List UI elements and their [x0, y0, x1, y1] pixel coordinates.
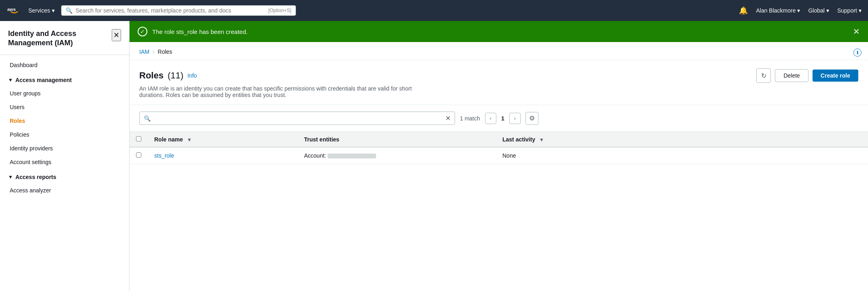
action-buttons: ↻ Delete Create role	[756, 68, 858, 83]
last-activity-value: None	[502, 152, 516, 159]
info-button[interactable]: ℹ	[853, 48, 862, 57]
services-chevron-icon: ▾	[52, 7, 55, 14]
support-label: Support	[837, 7, 857, 14]
roles-heading: Roles	[139, 70, 164, 81]
sidebar-item-account-settings[interactable]: Account settings	[0, 155, 129, 169]
sidebar-dashboard-label: Dashboard	[10, 62, 38, 68]
sidebar-header: Identity and Access Management (IAM) ✕	[0, 21, 129, 55]
role-name-sort-icon: ▼	[187, 137, 192, 143]
sidebar-item-user-groups[interactable]: User groups	[0, 86, 129, 100]
table-header-role-name[interactable]: Role name ▼	[148, 132, 298, 148]
search-input[interactable]	[76, 7, 265, 14]
trust-prefix: Account:	[304, 152, 326, 159]
roles-label: Roles	[10, 118, 25, 124]
trust-account-redacted	[328, 154, 376, 158]
access-management-label: Access management	[15, 77, 72, 83]
delete-button[interactable]: Delete	[775, 69, 808, 82]
role-name-column-label: Role name	[154, 136, 183, 143]
table-search-icon: 🔍	[144, 115, 151, 122]
roles-info-link[interactable]: Info	[187, 72, 197, 79]
region-chevron-icon: ▾	[826, 7, 829, 14]
support-menu[interactable]: Support ▾	[837, 7, 862, 14]
nav-right-section: 🔔 Alan Blackmore ▾ Global ▾ Support ▾	[739, 6, 862, 15]
table-header-last-activity[interactable]: Last activity ▼	[496, 132, 868, 148]
user-menu[interactable]: Alan Blackmore ▾	[756, 7, 800, 14]
role-name-link[interactable]: sts_role	[154, 152, 174, 159]
content-area: ✓ The role sts_role has been created. ✕ …	[130, 21, 868, 291]
account-settings-label: Account settings	[10, 159, 51, 165]
success-banner: ✓ The role sts_role has been created. ✕	[130, 21, 868, 42]
roles-table: Role name ▼ Trust entities Last activity…	[130, 132, 868, 164]
sidebar-nav: Dashboard ▼ Access management User group…	[0, 55, 129, 200]
chevron-down-icon: ▼	[8, 77, 13, 83]
sidebar-section-access-reports[interactable]: ▼ Access reports	[0, 169, 129, 183]
table-search-bar[interactable]: 🔍 sts ✕	[139, 112, 455, 125]
search-shortcut: [Option+S]	[268, 8, 291, 13]
roles-count: (11)	[168, 70, 183, 81]
trust-entities-column-label: Trust entities	[304, 136, 339, 143]
main-layout: Identity and Access Management (IAM) ✕ D…	[0, 21, 868, 291]
top-navigation: aws Services ▾ 🔍 [Option+S] 🔔 Alan Black…	[0, 0, 868, 21]
sidebar-item-users[interactable]: Users	[0, 100, 129, 114]
next-page-button[interactable]: ›	[509, 113, 521, 124]
select-all-checkbox[interactable]	[136, 136, 141, 141]
roles-title-row: Roles (11) Info ↻ Delete Create role	[139, 68, 858, 83]
table-search-input[interactable]: sts	[154, 115, 442, 122]
refresh-button[interactable]: ↻	[756, 68, 771, 83]
table-settings-button[interactable]: ⚙	[525, 112, 538, 125]
row-checkbox[interactable]	[136, 152, 141, 158]
table-header-row: Role name ▼ Trust entities Last activity…	[130, 132, 868, 148]
prev-page-button[interactable]: ‹	[485, 113, 496, 124]
identity-providers-label: Identity providers	[10, 145, 53, 152]
users-label: Users	[10, 104, 25, 110]
region-label: Global	[808, 7, 824, 14]
row-checkbox-cell	[130, 147, 148, 164]
breadcrumb-separator: ›	[153, 48, 155, 55]
sidebar-item-dashboard[interactable]: Dashboard	[0, 58, 129, 72]
services-label: Services	[28, 7, 50, 14]
last-activity-column-label: Last activity	[502, 136, 535, 143]
sidebar-close-button[interactable]: ✕	[112, 29, 121, 41]
breadcrumb-iam-link[interactable]: IAM	[139, 48, 149, 55]
access-reports-label: Access reports	[15, 174, 56, 180]
sidebar-item-roles[interactable]: Roles	[0, 114, 129, 128]
user-groups-label: User groups	[10, 90, 40, 97]
table-header-checkbox	[130, 132, 148, 148]
services-button[interactable]: Services ▾	[28, 7, 55, 14]
search-icon: 🔍	[66, 7, 72, 14]
sidebar: Identity and Access Management (IAM) ✕ D…	[0, 21, 130, 291]
sidebar-item-identity-providers[interactable]: Identity providers	[0, 141, 129, 155]
clear-search-icon[interactable]: ✕	[445, 114, 451, 122]
create-role-button[interactable]: Create role	[813, 70, 858, 82]
access-analyzer-label: Access analyzer	[10, 187, 51, 194]
match-count: 1 match	[460, 115, 480, 122]
last-activity-cell: None	[496, 147, 868, 164]
breadcrumb: IAM › Roles	[130, 42, 868, 60]
policies-label: Policies	[10, 131, 29, 138]
sidebar-section-access-management[interactable]: ▼ Access management	[0, 72, 129, 86]
table-row: sts_role Account: None	[130, 147, 868, 164]
roles-header: Roles (11) Info ↻ Delete Create role An …	[130, 60, 868, 105]
current-page: 1	[499, 115, 507, 122]
success-check-icon: ✓	[138, 27, 147, 36]
page-content: ℹ IAM › Roles Roles (11) Info	[130, 42, 868, 291]
notifications-bell-icon[interactable]: 🔔	[739, 6, 748, 15]
user-name: Alan Blackmore	[756, 7, 796, 14]
roles-description: An IAM role is an identity you can creat…	[139, 85, 423, 98]
trust-entities-cell: Account:	[298, 147, 496, 164]
role-name-cell: sts_role	[148, 147, 298, 164]
pagination: ‹ 1 ›	[485, 113, 521, 124]
global-search-bar[interactable]: 🔍 [Option+S]	[61, 5, 296, 16]
breadcrumb-roles: Roles	[158, 48, 172, 55]
banner-close-button[interactable]: ✕	[853, 27, 860, 36]
sidebar-item-access-analyzer[interactable]: Access analyzer	[0, 183, 129, 197]
search-row: 🔍 sts ✕ 1 match ‹ 1 › ⚙	[130, 105, 868, 132]
region-menu[interactable]: Global ▾	[808, 7, 829, 14]
aws-logo[interactable]: aws	[6, 5, 22, 16]
roles-title-group: Roles (11) Info	[139, 70, 197, 81]
access-reports-chevron-icon: ▼	[8, 174, 13, 180]
last-activity-sort-icon: ▼	[539, 137, 544, 143]
svg-text:aws: aws	[7, 7, 16, 12]
table-header-trust-entities: Trust entities	[298, 132, 496, 148]
sidebar-item-policies[interactable]: Policies	[0, 128, 129, 141]
